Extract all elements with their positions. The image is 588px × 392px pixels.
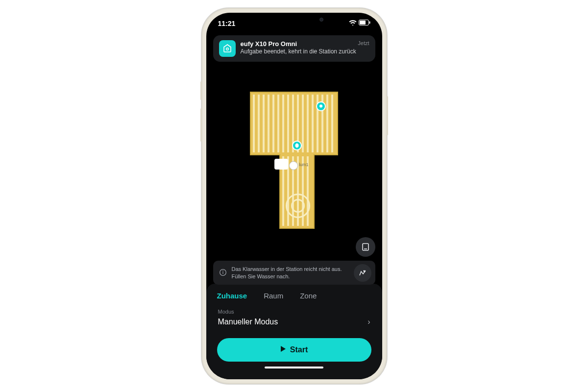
tab-zone[interactable]: Zone bbox=[300, 292, 317, 300]
screen: 11:21 eufy X10 Pro Omni Jetzt Aufgab bbox=[206, 13, 382, 379]
warning-text: Das Klarwasser in der Station reicht nic… bbox=[232, 266, 356, 280]
status-icons bbox=[349, 20, 370, 25]
room-label: lum1 bbox=[299, 162, 309, 167]
dock-station-icon bbox=[274, 159, 288, 170]
floorplan: lum1 bbox=[250, 92, 338, 229]
chevron-right-icon: › bbox=[368, 318, 370, 326]
warning-row: Das Klarwasser in der Station reicht nic… bbox=[206, 259, 382, 287]
clean-mode-tabs: Zuhause Raum Zone bbox=[206, 284, 382, 306]
play-icon bbox=[280, 345, 286, 354]
svg-rect-1 bbox=[360, 21, 366, 24]
save-map-button[interactable] bbox=[356, 237, 375, 257]
clock: 11:21 bbox=[218, 20, 236, 27]
power-button bbox=[387, 96, 388, 135]
start-button[interactable]: Start bbox=[217, 338, 371, 362]
svg-rect-2 bbox=[369, 22, 370, 24]
front-camera bbox=[319, 18, 323, 22]
notification-title: eufy X10 Pro Omni bbox=[241, 40, 297, 48]
mode-value: Manueller Modus bbox=[218, 318, 278, 326]
wifi-icon bbox=[349, 20, 357, 25]
info-icon bbox=[219, 269, 227, 277]
water-warning-banner[interactable]: Das Klarwasser in der Station reicht nic… bbox=[213, 261, 375, 285]
phone-frame: 11:21 eufy X10 Pro Omni Jetzt Aufgab bbox=[201, 8, 387, 384]
start-button-label: Start bbox=[290, 345, 308, 354]
map-edit-button[interactable] bbox=[354, 264, 371, 282]
svg-point-3 bbox=[226, 48, 228, 50]
eufy-app-icon bbox=[219, 40, 236, 57]
home-indicator[interactable] bbox=[265, 367, 323, 368]
battery-icon bbox=[359, 20, 370, 25]
notch bbox=[255, 13, 333, 26]
svg-rect-4 bbox=[363, 244, 368, 250]
tab-room[interactable]: Raum bbox=[264, 292, 283, 300]
mode-row[interactable]: Modus Manueller Modus › bbox=[206, 306, 382, 334]
notification-message: Aufgabe beendet, kehrt in die Station zu… bbox=[241, 48, 369, 56]
mode-label: Modus bbox=[218, 309, 370, 315]
map-viewport[interactable]: lum1 bbox=[206, 62, 382, 259]
notification-time: Jetzt bbox=[358, 40, 369, 48]
control-panel: Zuhause Raum Zone Modus Manueller Modus … bbox=[206, 284, 382, 379]
svg-point-8 bbox=[222, 270, 223, 271]
tab-home[interactable]: Zuhause bbox=[217, 292, 247, 300]
push-notification[interactable]: eufy X10 Pro Omni Jetzt Aufgabe beendet,… bbox=[213, 35, 375, 62]
